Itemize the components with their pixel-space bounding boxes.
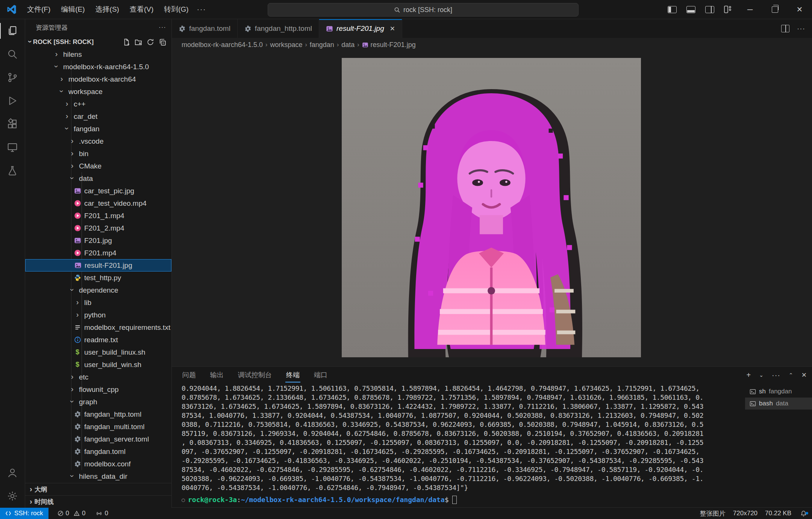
- close-panel-icon[interactable]: ✕: [801, 371, 807, 379]
- panel-tab[interactable]: 问题: [182, 367, 197, 383]
- refresh-icon[interactable]: [147, 38, 154, 46]
- activity-explorer-icon[interactable]: [0, 19, 25, 42]
- settings-gear-icon[interactable]: [0, 484, 25, 508]
- minimize-button[interactable]: ─: [738, 0, 762, 19]
- activity-run-debug-icon[interactable]: [0, 89, 25, 112]
- activity-extensions-icon[interactable]: [0, 112, 25, 136]
- breadcrumb-item[interactable]: modelbox-rk-aarch64-1.5.0: [182, 41, 263, 49]
- tree-folder-row[interactable]: ›modelbox-rk-aarch64-1.5.0: [25, 61, 171, 73]
- tree-file-row[interactable]: car_test_video.mp4: [25, 197, 171, 209]
- tree-file-row[interactable]: fangdan_server.toml: [25, 433, 171, 445]
- image-dimensions-indicator[interactable]: 720x720: [729, 508, 761, 519]
- outline-section[interactable]: › 大纲: [25, 483, 171, 495]
- breadcrumb-item[interactable]: workspace: [270, 41, 302, 49]
- collapse-all-icon[interactable]: [159, 38, 166, 46]
- menu-item[interactable]: 选择(S): [91, 3, 124, 16]
- tree-folder-row[interactable]: ›hilens: [25, 48, 171, 61]
- timeline-section[interactable]: › 时间线: [25, 495, 171, 508]
- file-size-indicator[interactable]: 70.22 KB: [761, 508, 795, 519]
- new-file-icon[interactable]: [123, 38, 130, 46]
- editor-tab[interactable]: result-F201.jpg✕: [319, 19, 402, 38]
- command-center-search[interactable]: rock [SSH: rock]: [268, 3, 579, 17]
- close-button[interactable]: ✕: [787, 0, 812, 19]
- tree-file-row[interactable]: F201_2.mp4: [25, 222, 171, 234]
- breadcrumb-item[interactable]: fangdan: [310, 41, 334, 49]
- workspace-root-row[interactable]: › ROCK [SSH: ROCK]: [25, 36, 171, 48]
- menu-overflow-button[interactable]: ···: [193, 3, 210, 15]
- panel-tab[interactable]: 调试控制台: [237, 367, 273, 383]
- terminal-line: 0040776, -0.54387534, -1.0040776, -0.627…: [182, 483, 743, 492]
- image-mode-indicator[interactable]: 整张图片: [696, 508, 729, 519]
- activity-remote-explorer-icon[interactable]: [0, 136, 25, 159]
- tree-folder-row[interactable]: ›modelbox-rk-aarch64: [25, 73, 171, 85]
- tree-file-row[interactable]: readme.txt: [25, 334, 171, 346]
- tree-folder-row[interactable]: ›.vscode: [25, 135, 171, 147]
- toggle-panel-icon[interactable]: [686, 6, 695, 13]
- editor-tab[interactable]: fangdan_http.toml: [238, 19, 319, 38]
- tree-file-row[interactable]: modelbox.conf: [25, 458, 171, 470]
- tree-folder-row[interactable]: ›graph: [25, 396, 171, 408]
- tree-folder-row[interactable]: ›fangdan: [25, 123, 171, 135]
- tree-file-row[interactable]: F201.mp4: [25, 247, 171, 259]
- tree-folder-row[interactable]: ›dependence: [25, 284, 171, 296]
- breadcrumb-item[interactable]: result-F201.jpg: [362, 41, 416, 49]
- notifications-bell[interactable]: [795, 510, 812, 517]
- editor-more-actions-icon[interactable]: ···: [797, 24, 805, 33]
- tree-folder-row[interactable]: ›etc: [25, 371, 171, 383]
- tree-folder-row[interactable]: ›car_det: [25, 110, 171, 123]
- breadcrumb-item[interactable]: data: [341, 41, 354, 49]
- image-preview-editor[interactable]: [172, 52, 812, 367]
- terminal-profile-dropdown-icon[interactable]: ⌄: [759, 372, 764, 378]
- tree-folder-row[interactable]: ›lib: [25, 296, 171, 309]
- tree-file-row[interactable]: F201.jpg: [25, 234, 171, 247]
- activity-source-control-icon[interactable]: [0, 66, 25, 89]
- ports-indicator[interactable]: 0: [92, 508, 112, 519]
- menu-item[interactable]: 转到(G): [159, 3, 193, 16]
- panel-more-actions-icon[interactable]: ···: [772, 371, 780, 379]
- tree-item-label: car_det: [74, 112, 97, 121]
- tree-file-row[interactable]: F201_1.mp4: [25, 209, 171, 222]
- tree-folder-row[interactable]: ›c++: [25, 98, 171, 110]
- editor-tab[interactable]: fangdan.toml: [172, 19, 238, 38]
- tree-file-row[interactable]: result-F201.jpg: [25, 259, 171, 272]
- sidebar-more-actions-icon[interactable]: ···: [159, 24, 166, 31]
- maximize-panel-icon[interactable]: ⌃: [789, 372, 793, 378]
- tree-folder-row[interactable]: ›python: [25, 309, 171, 321]
- problems-indicator[interactable]: 0 0: [54, 508, 89, 519]
- tree-folder-row[interactable]: ›workspace: [25, 85, 171, 98]
- customize-layout-icon[interactable]: [724, 6, 733, 13]
- tree-file-row[interactable]: $user_build_linux.sh: [25, 346, 171, 358]
- remote-indicator[interactable]: SSH: rock: [0, 508, 48, 519]
- tree-file-row[interactable]: modelbox_requirements.txt: [25, 321, 171, 334]
- new-terminal-icon[interactable]: +: [747, 371, 751, 379]
- tree-file-row[interactable]: fangdan_http.toml: [25, 408, 171, 420]
- menu-item[interactable]: 查看(V): [125, 3, 158, 16]
- tree-folder-row[interactable]: ›data: [25, 172, 171, 185]
- tree-file-row[interactable]: fangdan.toml: [25, 445, 171, 458]
- toggle-primary-sidebar-icon[interactable]: [668, 6, 677, 13]
- menu-item[interactable]: 文件(F): [23, 3, 55, 16]
- tree-file-row[interactable]: test_http.py: [25, 272, 171, 284]
- panel-tab[interactable]: 输出: [209, 367, 224, 383]
- terminal-instance[interactable]: shfangdan: [745, 385, 812, 398]
- menu-item[interactable]: 编辑(E): [56, 3, 89, 16]
- toggle-secondary-sidebar-icon[interactable]: [705, 6, 714, 13]
- tree-folder-row[interactable]: ›hilens_data_dir: [25, 470, 171, 483]
- split-editor-icon[interactable]: [781, 25, 789, 32]
- tree-file-row[interactable]: $user_build_win.sh: [25, 358, 171, 371]
- panel-tab[interactable]: 终端: [285, 367, 300, 383]
- tree-folder-row[interactable]: ›flowunit_cpp: [25, 383, 171, 396]
- restore-button[interactable]: [762, 0, 787, 19]
- tree-folder-row[interactable]: ›bin: [25, 147, 171, 160]
- activity-search-icon[interactable]: [0, 42, 25, 66]
- panel-tab[interactable]: 端口: [313, 367, 328, 383]
- terminal-output[interactable]: 0.9204044, 1.8826454, 1.7152991, 1.50611…: [172, 383, 745, 508]
- terminal-instance[interactable]: bashdata: [745, 398, 812, 410]
- tree-file-row[interactable]: fangdan_multi.toml: [25, 420, 171, 433]
- new-folder-icon[interactable]: [135, 38, 142, 46]
- tree-folder-row[interactable]: ›CMake: [25, 160, 171, 172]
- accounts-icon[interactable]: [0, 461, 25, 484]
- tree-file-row[interactable]: car_test_pic.jpg: [25, 185, 171, 197]
- tab-close-icon[interactable]: ✕: [390, 25, 395, 33]
- activity-testing-icon[interactable]: [0, 159, 25, 182]
